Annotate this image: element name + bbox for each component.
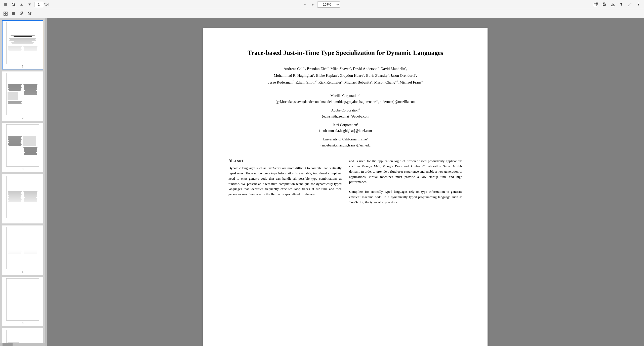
toolbar-left: ☰ / 14	[2, 1, 49, 8]
print-icon	[602, 3, 606, 7]
text-select-button[interactable]: T	[618, 1, 625, 8]
download-button[interactable]	[609, 1, 616, 8]
sidebar-scrollbar-thumb[interactable]	[3, 343, 13, 346]
page-number-input[interactable]	[34, 2, 43, 7]
thumb-num-2: 2	[22, 116, 23, 119]
zoom-select[interactable]: 157% 100% 125% 150% 200%	[317, 2, 340, 8]
zoom-plus-icon: +	[312, 3, 314, 7]
more-button[interactable]: ⋮	[635, 1, 642, 8]
svg-point-0	[12, 3, 15, 6]
thumbnail-page-6[interactable]: 6	[2, 277, 43, 326]
menu-button[interactable]: ☰	[2, 1, 9, 8]
annotate-button[interactable]	[626, 1, 633, 8]
svg-marker-3	[28, 4, 31, 6]
attach-icon	[20, 12, 24, 16]
zoom-minus-icon: −	[304, 3, 306, 7]
annotate-icon	[628, 3, 632, 7]
pdf-page-1: Trace-based Just-in-Time Type Specializa…	[203, 28, 488, 346]
thumbnail-page-3[interactable]: 3	[2, 123, 43, 172]
zoom-in-button[interactable]: +	[309, 1, 316, 8]
mozilla-label: Mozilla Corporation*	[228, 93, 462, 99]
thumbnail-page-2[interactable]: 2	[2, 71, 43, 121]
toolbar-right: T ⋮	[592, 1, 642, 8]
nav-up-icon	[20, 3, 23, 6]
mozilla-email: {gal,brendan,shaver,danderson,dmandelin,…	[228, 99, 462, 105]
page-navigation: / 14	[34, 2, 49, 7]
intel-affiliation: Intel Corporation$ {mohammad.r.haghighat…	[228, 122, 462, 134]
abstract-section: Abstract Dynamic languages such as JavaS…	[228, 159, 462, 205]
abstract-text-left: Dynamic languages such as JavaScript are…	[228, 166, 342, 197]
thumb-content-1	[7, 33, 39, 53]
uci-email: {mbebenit,changm,franz}@uci.edu	[228, 142, 462, 148]
thumb-num-4: 4	[22, 219, 23, 222]
thumbnail-page-5[interactable]: 5	[2, 225, 43, 275]
nav-down-button[interactable]	[26, 1, 33, 8]
authors-line3: Jesse Ruderman*, Edwin Smith#, Rick Reit…	[268, 80, 423, 84]
mozilla-affiliation: Mozilla Corporation* {gal,brendan,shaver…	[228, 93, 462, 105]
menu-icon: ☰	[4, 3, 7, 7]
nav-up-button[interactable]	[18, 1, 25, 8]
paper-title: Trace-based Just-in-Time Type Specializa…	[228, 48, 462, 57]
svg-line-12	[628, 5, 629, 6]
layers-button[interactable]	[26, 10, 33, 17]
thumb-num-3: 3	[22, 168, 23, 171]
abstract-text-right: and is used for the application logic of…	[349, 159, 462, 185]
secondary-toolbar	[0, 9, 644, 18]
thumb-content-7	[7, 335, 39, 343]
intel-label: Intel Corporation$	[228, 122, 462, 128]
main-area: 1	[0, 18, 644, 346]
adobe-affiliation: Adobe Corporation# {edwsmith,rreitmai}@a…	[228, 107, 462, 120]
toolbar-center: − + 157% 100% 125% 150% 200%	[50, 1, 591, 8]
list-view-button[interactable]	[10, 10, 17, 17]
svg-rect-8	[603, 5, 605, 6]
thumb-content-2	[7, 83, 39, 105]
grid-view-button[interactable]	[2, 10, 9, 17]
thumb-num-5: 5	[22, 270, 23, 273]
svg-marker-2	[20, 4, 23, 6]
thumb-image-7	[6, 330, 39, 343]
intel-email: {mohammad.r.haghighat}@intel.com	[228, 128, 462, 134]
download-icon	[611, 3, 615, 7]
thumb-content-6	[7, 293, 39, 306]
svg-rect-14	[6, 12, 7, 13]
pdf-viewer[interactable]: Trace-based Just-in-Time Type Specializa…	[47, 18, 644, 346]
abstract-title: Abstract	[228, 159, 342, 163]
uci-affiliation: University of California, Irvine+ {mbebe…	[228, 136, 462, 148]
attachments-button[interactable]	[18, 10, 25, 17]
thumb-num-1: 1	[22, 65, 23, 68]
svg-rect-15	[4, 14, 5, 15]
page-separator: /	[44, 3, 45, 6]
nav-down-icon	[28, 3, 31, 6]
search-button[interactable]	[10, 1, 17, 8]
page-total: 14	[45, 3, 49, 6]
thumb-image-1	[6, 22, 39, 64]
zoom-out-button[interactable]: −	[301, 1, 308, 8]
main-toolbar: ☰ / 14 − +	[0, 0, 644, 9]
thumbnail-page-7[interactable]: 7	[2, 328, 43, 343]
thumbnail-list: 1	[0, 18, 45, 343]
open-new-icon	[594, 3, 598, 7]
svg-rect-16	[6, 14, 7, 15]
thumb-image-5	[6, 227, 39, 269]
print-button[interactable]	[601, 1, 608, 8]
sidebar: 1	[0, 18, 45, 346]
list-icon	[12, 12, 16, 16]
svg-marker-20	[28, 12, 31, 14]
search-icon	[12, 3, 16, 7]
more-icon: ⋮	[636, 2, 641, 7]
thumbnail-page-1[interactable]: 1	[2, 20, 43, 69]
sidebar-h-scrollbar[interactable]	[0, 343, 45, 346]
authors-line1: Andreas Gal*+, Brendan Eich*, Mike Shave…	[284, 67, 407, 71]
open-new-button[interactable]	[592, 1, 599, 8]
thumbnail-page-4[interactable]: 4	[2, 174, 43, 223]
svg-rect-13	[4, 12, 5, 13]
abstract-right: and is used for the application logic of…	[349, 159, 462, 205]
thumb-image-3	[6, 124, 39, 167]
text-select-icon: T	[620, 3, 622, 6]
authors-line2: Mohammad R. Haghighat$, Blake Kaplan*, G…	[274, 73, 417, 78]
thumb-num-6: 6	[22, 322, 23, 325]
paper-authors: Andreas Gal*+, Brendan Eich*, Mike Shave…	[228, 65, 462, 86]
abstract-left: Abstract Dynamic languages such as JavaS…	[228, 159, 342, 205]
thumb-content-4	[7, 190, 39, 204]
abstract-text-right-2: Compilers for statically typed languages…	[349, 189, 462, 205]
